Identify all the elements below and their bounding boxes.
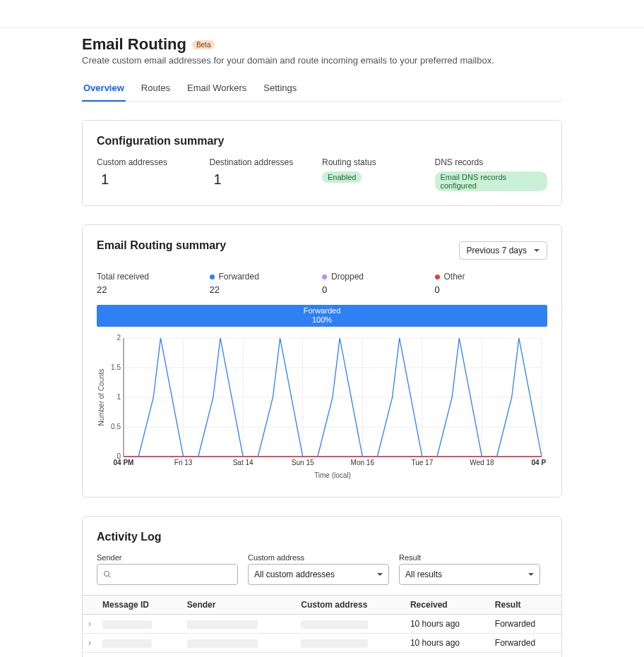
svg-point-30 <box>105 572 109 577</box>
activity-log-card: Activity Log Sender Custom address All c… <box>82 516 562 657</box>
activity-table: Message ID Sender Custom address Receive… <box>83 595 561 657</box>
sender-input-field[interactable] <box>116 569 232 579</box>
svg-line-31 <box>109 576 111 578</box>
chevron-right-icon[interactable]: › <box>83 634 97 653</box>
svg-text:1.5: 1.5 <box>111 363 121 371</box>
svg-text:Number of Counts: Number of Counts <box>97 369 105 426</box>
page-subtitle: Create custom email addresses for your d… <box>82 55 562 66</box>
dropped-label: Dropped <box>331 272 364 282</box>
result-cell: Forwarded <box>489 653 561 657</box>
custom-addresses-value: 1 <box>97 171 210 188</box>
svg-text:Fri 13: Fri 13 <box>174 459 193 466</box>
svg-text:Tue 17: Tue 17 <box>411 459 433 466</box>
dot-icon <box>435 275 440 279</box>
other-label: Other <box>444 272 465 282</box>
svg-text:04 PM: 04 PM <box>532 459 546 466</box>
chevron-down-icon <box>534 249 539 252</box>
total-received-value: 22 <box>97 284 210 295</box>
svg-text:Sun 15: Sun 15 <box>292 459 314 466</box>
tab-overview[interactable]: Overview <box>82 78 126 102</box>
forwarded-value: 22 <box>210 284 323 295</box>
other-value: 0 <box>435 284 548 295</box>
dropped-value: 0 <box>322 284 435 295</box>
svg-text:Sat 14: Sat 14 <box>233 459 254 466</box>
svg-text:2: 2 <box>117 334 121 342</box>
chevron-right-icon[interactable]: › <box>83 615 97 634</box>
result-cell: Forwarded <box>489 615 561 634</box>
result-cell: Forwarded <box>489 634 561 653</box>
custom-address-filter-label: Custom address <box>248 553 389 562</box>
col-custom-address: Custom address <box>295 596 405 615</box>
table-row[interactable]: ›10 hours agoForwarded <box>83 634 561 653</box>
time-range-label: Previous 7 days <box>467 246 527 255</box>
table-row[interactable]: ›10 hours agoForwarded <box>83 615 561 634</box>
svg-text:Wed 18: Wed 18 <box>470 459 494 466</box>
activity-heading: Activity Log <box>97 531 547 543</box>
page-title: Email Routing <box>82 35 186 54</box>
forwarded-bar: Forwarded 100% <box>97 305 547 327</box>
forwarded-label: Forwarded <box>219 272 259 282</box>
result-select-value: All results <box>405 569 442 579</box>
routing-status-label: Routing status <box>322 157 435 167</box>
tab-routes[interactable]: Routes <box>140 78 172 102</box>
svg-text:0.5: 0.5 <box>111 423 121 430</box>
dot-icon <box>322 275 327 279</box>
custom-address-select-value: All custom addresses <box>254 569 335 579</box>
config-heading: Configuration summary <box>97 135 547 147</box>
chevron-down-icon <box>528 573 534 576</box>
result-select[interactable]: All results <box>399 564 540 585</box>
sender-filter-label: Sender <box>97 553 238 562</box>
tab-settings[interactable]: Settings <box>262 78 298 102</box>
beta-badge: Beta <box>192 40 215 49</box>
forwarded-bar-pct: 100% <box>97 315 547 325</box>
custom-address-select[interactable]: All custom addresses <box>248 564 389 585</box>
tabs: Overview Routes Email Workers Settings <box>82 78 562 102</box>
chevron-right-icon[interactable]: › <box>83 653 97 657</box>
col-received: Received <box>405 596 489 615</box>
dns-records-badge: Email DNS records configured <box>435 171 548 191</box>
routing-status-badge: Enabled <box>322 171 362 183</box>
chevron-down-icon <box>377 573 383 576</box>
svg-text:1: 1 <box>117 393 121 401</box>
svg-text:04 PM: 04 PM <box>114 459 134 466</box>
col-sender: Sender <box>181 596 296 615</box>
col-message-id: Message ID <box>97 596 181 615</box>
time-range-dropdown[interactable]: Previous 7 days <box>459 241 547 260</box>
sender-search-input[interactable] <box>97 564 238 585</box>
tab-email-workers[interactable]: Email Workers <box>186 78 248 102</box>
received-cell: 10 hours ago <box>405 615 489 634</box>
received-cell: 10 hours ago <box>405 634 489 653</box>
destination-addresses-label: Destination addresses <box>210 157 323 167</box>
total-received-label: Total received <box>97 272 149 282</box>
table-row[interactable]: ›13 hours agoForwarded <box>83 653 561 657</box>
dot-icon <box>210 275 215 279</box>
svg-text:Time (local): Time (local) <box>314 471 351 479</box>
dns-records-label: DNS records <box>435 157 548 167</box>
chart: 00.511.5204 PMFri 13Sat 14Sun 15Mon 16Tu… <box>97 332 547 483</box>
custom-addresses-label: Custom addresses <box>97 157 210 167</box>
destination-addresses-value: 1 <box>210 171 323 188</box>
summary-heading: Email Routing summary <box>97 239 226 252</box>
routing-summary-card: Email Routing summary Previous 7 days To… <box>82 224 562 498</box>
config-summary-card: Configuration summary Custom addresses 1… <box>82 120 562 206</box>
received-cell: 13 hours ago <box>405 653 489 657</box>
forwarded-bar-label: Forwarded <box>97 306 547 315</box>
result-filter-label: Result <box>399 553 540 562</box>
search-icon <box>103 570 112 579</box>
col-result: Result <box>489 596 561 615</box>
svg-text:Mon 16: Mon 16 <box>351 459 375 466</box>
